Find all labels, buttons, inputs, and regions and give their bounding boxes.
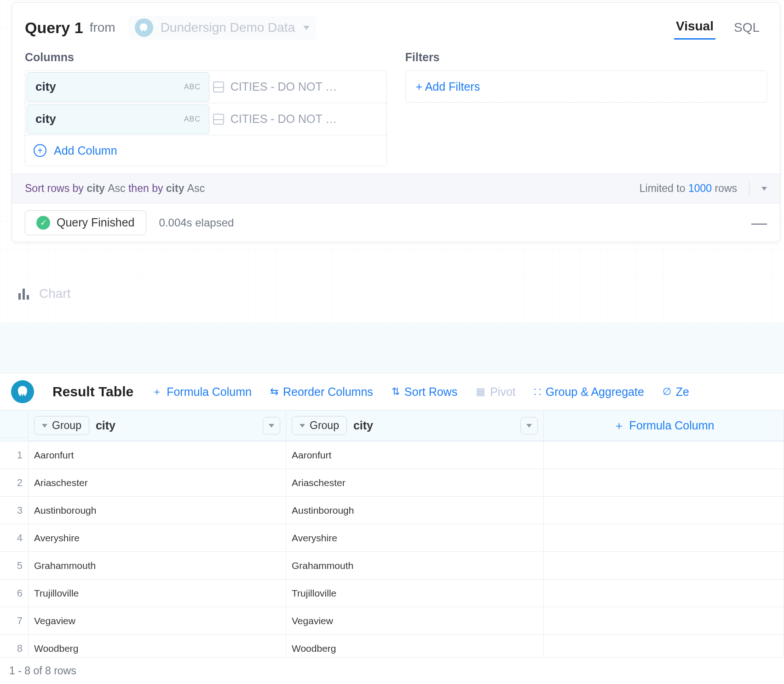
table-row: 1AaronfurtAaronfurt	[0, 441, 784, 469]
sort-dir-1: Asc	[108, 182, 125, 195]
status-label: Query Finished	[57, 216, 135, 229]
column-row: city ABC CITIES - DO NOT …	[25, 71, 386, 103]
cell[interactable]: Grahammouth	[29, 552, 286, 580]
table-icon	[213, 81, 224, 93]
pager-text: 1 - 8 of 8 rows	[9, 665, 76, 677]
column-table-ref[interactable]: CITIES - DO NOT …	[213, 80, 386, 93]
collapse-icon[interactable]: —	[751, 214, 767, 232]
data-source-name: Dundersign Demo Data	[161, 20, 295, 35]
empty-set-icon: ∅	[663, 386, 671, 398]
zero-tool-button[interactable]: ∅Ze	[663, 385, 689, 399]
tab-visual[interactable]: Visual	[674, 16, 715, 40]
sort-rows-button[interactable]: ⇅Sort Rows	[392, 385, 457, 399]
cell[interactable]: Vegaview	[286, 607, 544, 635]
column-chip[interactable]: city ABC	[27, 72, 209, 102]
add-column-button[interactable]: + Add Column	[25, 135, 386, 166]
column-title: city	[353, 419, 373, 432]
cell[interactable]: Aaronfurt	[286, 441, 544, 469]
query-builder: Columns city ABC CITIES - DO NOT … city	[12, 48, 780, 174]
cell[interactable]: Grahammouth	[286, 552, 544, 580]
run-status-pill[interactable]: ✓ Query Finished	[25, 210, 146, 235]
cell-empty	[544, 552, 784, 580]
columns-section: Columns city ABC CITIES - DO NOT … city	[25, 51, 387, 166]
table-body: 1AaronfurtAaronfurt2AriaschesterAriasche…	[0, 441, 784, 662]
tab-sql[interactable]: SQL	[732, 17, 761, 40]
sort-col-2: city	[166, 182, 184, 195]
type-badge: ABC	[184, 83, 201, 91]
row-index: 1	[0, 441, 29, 469]
row-index: 4	[0, 524, 29, 552]
chevron-down-icon	[42, 424, 47, 428]
sort-col-1: city	[86, 182, 105, 195]
chart-placeholder[interactable]: Chart	[18, 286, 70, 301]
group-dropdown[interactable]: Group	[34, 416, 89, 435]
add-filters-button[interactable]: + Add Filters	[405, 70, 767, 103]
add-formula-column-button[interactable]: ＋ Formula Column	[549, 418, 778, 433]
cell[interactable]: Averyshire	[29, 524, 286, 552]
columns-box: city ABC CITIES - DO NOT … city ABC	[25, 70, 387, 166]
limit-text: Limited to 1000 rows	[640, 182, 737, 195]
chevron-down-icon[interactable]	[761, 187, 767, 191]
cell[interactable]: Averyshire	[286, 524, 544, 552]
pivot-button[interactable]: ▦Pivot	[476, 385, 516, 399]
data-source-selector[interactable]: Dundersign Demo Data	[128, 16, 317, 40]
sort-limit-bar[interactable]: Sort rows by city Asc then by city Asc L…	[12, 174, 780, 203]
chevron-down-icon	[303, 26, 310, 30]
table-row: 5GrahammouthGrahammouth	[0, 552, 784, 580]
row-index: 2	[0, 469, 29, 497]
query-panel: Query 1 from Dundersign Demo Data Visual…	[12, 2, 780, 242]
row-index: 6	[0, 580, 29, 607]
column-table-ref[interactable]: CITIES - DO NOT …	[213, 112, 386, 126]
table-row: 4AveryshireAveryshire	[0, 524, 784, 552]
mode-tabs: Visual SQL	[674, 16, 767, 40]
row-index: 5	[0, 552, 29, 580]
add-column-label: Add Column	[54, 144, 117, 157]
postgres-icon	[11, 380, 34, 403]
cell[interactable]: Austinborough	[29, 497, 286, 524]
column-header: Group city	[286, 411, 544, 441]
status-bar: ✓ Query Finished 0.004s elapsed —	[12, 203, 780, 242]
cell[interactable]: Trujilloville	[286, 580, 544, 607]
column-header: Group city	[29, 411, 286, 441]
formula-column-header: ＋ Formula Column	[544, 411, 784, 441]
results-panel: Result Table ＋Formula Column ⇆Reorder Co…	[0, 373, 784, 662]
filters-section: Filters + Add Filters	[405, 51, 767, 166]
cell[interactable]: Austinborough	[286, 497, 544, 524]
cell[interactable]: Trujilloville	[29, 580, 286, 607]
column-menu-button[interactable]	[520, 417, 538, 435]
bar-chart-icon	[18, 288, 29, 300]
plus-icon: ＋	[152, 385, 162, 399]
table-row: 2AriaschesterAriaschester	[0, 469, 784, 497]
column-name: city	[35, 112, 56, 126]
cell-empty	[544, 497, 784, 524]
results-toolbar: Result Table ＋Formula Column ⇆Reorder Co…	[0, 373, 784, 410]
group-icon: ⸬	[534, 386, 541, 398]
cell[interactable]: Ariaschester	[286, 469, 544, 497]
chart-label: Chart	[39, 286, 70, 301]
pivot-icon: ▦	[476, 386, 485, 398]
query-title: Query 1	[25, 19, 83, 37]
check-circle-icon: ✓	[36, 216, 50, 230]
column-menu-button[interactable]	[263, 417, 280, 435]
plus-icon: ＋	[613, 418, 625, 433]
group-aggregate-button[interactable]: ⸬Group & Aggregate	[534, 385, 644, 399]
column-chip[interactable]: city ABC	[27, 104, 209, 134]
table-icon	[213, 114, 224, 125]
table-row: 3AustinboroughAustinborough	[0, 497, 784, 524]
table-header-row: Group city Group city ＋ Formula Column	[0, 410, 784, 441]
row-index: 7	[0, 607, 29, 635]
from-label: from	[90, 20, 115, 35]
table-row: 7VegaviewVegaview	[0, 607, 784, 635]
group-dropdown[interactable]: Group	[292, 416, 347, 435]
cell[interactable]: Ariaschester	[29, 469, 286, 497]
cell[interactable]: Aaronfurt	[29, 441, 286, 469]
cell[interactable]: Vegaview	[29, 607, 286, 635]
chevron-down-icon	[300, 424, 305, 428]
table-row: 6TrujillovilleTrujilloville	[0, 580, 784, 607]
formula-column-button[interactable]: ＋Formula Column	[152, 385, 252, 399]
table-ref-text: CITIES - DO NOT …	[231, 80, 337, 93]
cell-empty	[544, 607, 784, 635]
index-header	[0, 411, 29, 438]
reorder-columns-button[interactable]: ⇆Reorder Columns	[270, 385, 373, 399]
elephant-icon	[135, 18, 153, 37]
